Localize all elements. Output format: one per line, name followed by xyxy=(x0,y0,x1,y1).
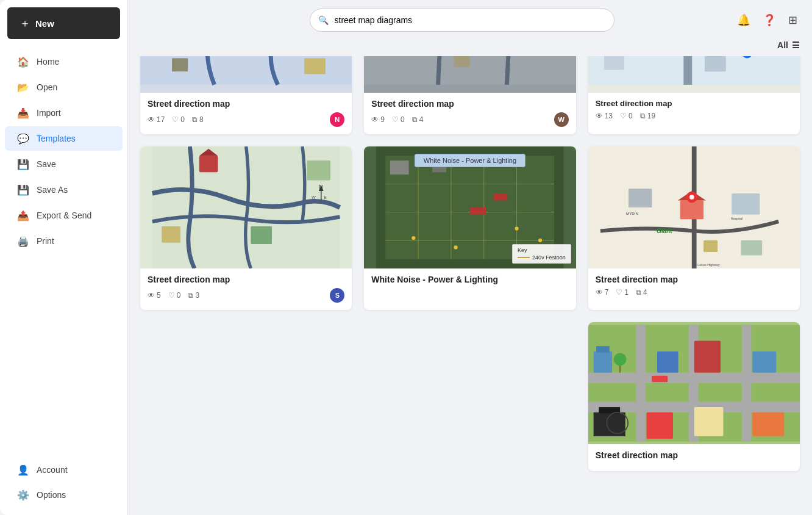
svg-rect-5 xyxy=(304,58,326,74)
search-input[interactable] xyxy=(310,9,614,32)
svg-text:E: E xyxy=(324,195,327,200)
svg-rect-33 xyxy=(307,160,330,180)
svg-rect-6 xyxy=(172,58,188,71)
card-thumbnail-6: MYDIN Hospital Giant xyxy=(588,146,800,268)
likes-stat-3: ♡ 0 xyxy=(620,112,633,120)
card-overlay-2: Use immediately xyxy=(364,56,575,93)
sidebar-item-label: Export & Send xyxy=(37,211,91,220)
sidebar-item-import[interactable]: 📥 Import xyxy=(5,101,123,125)
svg-text:To Lekas Highway: To Lekas Highway xyxy=(693,263,720,267)
plus-icon: ＋ xyxy=(20,16,30,31)
template-card-7[interactable]: Street direction map xyxy=(588,322,800,471)
svg-rect-32 xyxy=(251,226,272,244)
card-title-4: Street direction map xyxy=(148,275,344,284)
sidebar-item-templates[interactable]: 💬 Templates xyxy=(5,126,123,151)
sidebar: ＋ New 🏠 Home 📂 Open 📥 Import 💬 Templates… xyxy=(0,0,128,515)
card-stats-6: 👁 7 ♡ 1 ⧉ 4 xyxy=(596,288,792,297)
sidebar-item-saveas[interactable]: 💾 Save As xyxy=(5,178,123,202)
eye-icon-1: 👁 xyxy=(148,115,155,124)
template-card-1[interactable]: Map Road Main Ave Street direction map 👁… xyxy=(140,56,352,134)
card-info-2: Street direction map 👁 9 ♡ 0 ⧉ 4 xyxy=(364,93,575,134)
sidebar-item-print[interactable]: 🖨️ Print xyxy=(5,229,123,253)
svg-rect-60 xyxy=(629,189,652,207)
sidebar-item-label: Print xyxy=(37,236,54,246)
eye-icon-6: 👁 xyxy=(596,288,603,297)
open-icon: 📂 xyxy=(17,81,29,93)
sidebar-item-export[interactable]: 📤 Export & Send xyxy=(5,203,123,228)
template-card-2[interactable]: Toko Obat Production Use immediately ♡ S… xyxy=(364,56,575,134)
sidebar-item-open[interactable]: 📂 Open xyxy=(5,75,123,99)
export-icon: 📤 xyxy=(17,209,29,221)
card-thumbnail-3 xyxy=(588,56,800,93)
views-stat-6: 👁 7 xyxy=(596,288,609,297)
help-button[interactable]: ❓ xyxy=(760,11,778,29)
filter-all-button[interactable]: All ☰ xyxy=(777,40,800,50)
copy-icon-1: ⧉ xyxy=(192,115,198,124)
sidebar-item-label: Open xyxy=(37,82,57,92)
card-thumbnail-5: White Noise - Power & Lighting Key 240v … xyxy=(364,146,575,268)
copy-icon-6: ⧉ xyxy=(636,288,641,297)
eye-icon-2: 👁 xyxy=(371,115,379,124)
card-info-6: Street direction map 👁 7 ♡ 1 ⧉ 4 xyxy=(588,268,800,304)
svg-rect-52 xyxy=(493,193,507,201)
svg-rect-84 xyxy=(694,341,720,373)
svg-rect-26 xyxy=(705,56,726,71)
svg-point-54 xyxy=(412,236,416,240)
card-title-3: Street direction map xyxy=(596,99,792,108)
likes-stat-2: ♡ 0 xyxy=(392,115,405,124)
filter-all-label: All xyxy=(777,40,788,50)
saveas-icon: 💾 xyxy=(17,184,29,196)
sidebar-item-save[interactable]: 💾 Save xyxy=(5,152,123,176)
copies-stat-3: ⧉ 19 xyxy=(640,112,655,120)
card-stats-2: 👁 9 ♡ 0 ⧉ 4 W xyxy=(371,112,568,127)
template-card-3[interactable]: Street direction map 👁 13 ♡ 0 ⧉ 19 xyxy=(588,56,800,134)
template-card-5[interactable]: White Noise - Power & Lighting Key 240v … xyxy=(364,146,575,310)
sidebar-item-label: Save xyxy=(37,159,56,169)
home-icon: 🏠 xyxy=(17,56,29,68)
card-avatar-2: W xyxy=(554,112,569,127)
svg-rect-79 xyxy=(596,346,610,352)
svg-rect-53 xyxy=(470,207,486,215)
new-button[interactable]: ＋ New xyxy=(7,7,120,39)
svg-text:MYDIN: MYDIN xyxy=(626,211,638,215)
card-info-3: Street direction map 👁 13 ♡ 0 ⧉ 19 xyxy=(588,93,800,128)
card-title-1: Street direction map xyxy=(148,99,344,109)
svg-rect-83 xyxy=(657,351,678,373)
views-stat-2: 👁 9 xyxy=(371,115,385,124)
svg-rect-77 xyxy=(741,325,751,441)
card-title-2: Street direction map xyxy=(371,99,568,109)
svg-rect-90 xyxy=(694,407,723,436)
card-thumbnail-1: Map Road Main Ave xyxy=(140,56,352,93)
main-content: 🔍 🔔 ❓ ⊞ All ☰ xyxy=(128,0,812,515)
likes-stat-6: ♡ 1 xyxy=(616,288,629,297)
template-card-4[interactable]: N W E S Street direction map 👁 5 xyxy=(140,146,352,310)
copies-stat-4: ⧉ 3 xyxy=(188,291,199,300)
likes-stat-1: ♡ 0 xyxy=(172,115,185,124)
sidebar-item-label: Import xyxy=(37,108,61,118)
heart-icon-4: ♡ xyxy=(168,291,175,300)
svg-rect-78 xyxy=(593,351,611,373)
svg-rect-91 xyxy=(752,412,784,436)
card-info-5: White Noise - Power & Lighting xyxy=(364,268,575,295)
search-icon: 🔍 xyxy=(318,15,329,25)
save-icon: 💾 xyxy=(17,158,29,170)
heart-icon-1: ♡ xyxy=(172,115,179,124)
svg-rect-62 xyxy=(732,193,760,215)
sidebar-item-options[interactable]: ⚙️ Options xyxy=(5,483,123,507)
notification-button[interactable]: 🔔 xyxy=(735,11,753,29)
templates-icon: 💬 xyxy=(17,132,29,145)
card-thumbnail-2: Toko Obat Production Use immediately ♡ xyxy=(364,56,575,93)
svg-rect-89 xyxy=(646,412,672,439)
apps-button[interactable]: ⊞ xyxy=(786,11,800,29)
svg-rect-21 xyxy=(683,56,692,85)
svg-rect-70 xyxy=(741,240,762,256)
card-thumbnail-7 xyxy=(588,322,800,444)
copies-stat-2: ⧉ 4 xyxy=(412,115,424,124)
sidebar-item-account[interactable]: 👤 Account xyxy=(5,458,123,482)
template-card-6[interactable]: MYDIN Hospital Giant xyxy=(588,146,800,310)
topbar-right: 🔔 ❓ ⊞ xyxy=(735,11,800,29)
sidebar-item-label: Options xyxy=(37,490,66,500)
svg-point-56 xyxy=(515,227,519,231)
card-info-7: Street direction map xyxy=(588,444,800,471)
sidebar-item-home[interactable]: 🏠 Home xyxy=(5,49,123,74)
